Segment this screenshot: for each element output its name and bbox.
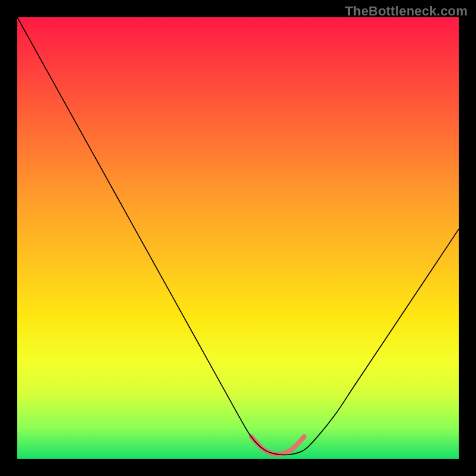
bottleneck-curve <box>17 17 459 455</box>
curve-layer <box>17 17 459 459</box>
chart-frame: TheBottleneck.com <box>0 0 476 476</box>
watermark-text: TheBottleneck.com <box>345 4 468 19</box>
plot-area <box>17 17 459 459</box>
